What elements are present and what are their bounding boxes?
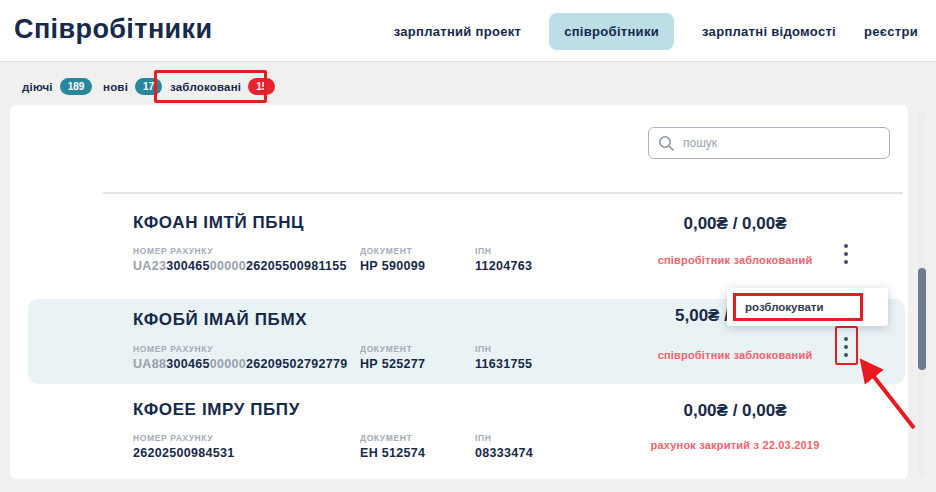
status-text: співробітник заблокований [605, 254, 865, 266]
scrollbar-thumb[interactable] [918, 268, 926, 370]
ipn-field: ІПН 11631755 [475, 344, 532, 371]
employees-page: Співробітники зарплатний проект співробі… [0, 0, 936, 492]
ipn-number: 08333474 [475, 446, 533, 460]
account-part: 26205500981155 [246, 259, 347, 273]
top-navigation: зарплатний проект співробітники зарплатн… [394, 0, 918, 62]
tab-label: нові [103, 81, 128, 93]
header: Співробітники зарплатний проект співробі… [0, 0, 936, 62]
account-part: UA88 [133, 357, 166, 371]
count-badge: 17 [135, 78, 162, 95]
account-number: UA883004650000026209502792779 [133, 357, 347, 371]
ipn-label: ІПН [475, 344, 532, 354]
dot [844, 353, 848, 357]
search-input[interactable] [649, 128, 889, 158]
account-label: НОМЕР РАХУНКУ [133, 246, 347, 256]
document-field: ДОКУМЕНТ НР 590099 [360, 246, 425, 273]
account-part: UA23 [133, 259, 166, 273]
nav-item-employees[interactable]: співробітники [549, 13, 674, 50]
nav-item-registers[interactable]: реєстри [864, 24, 918, 39]
dot [844, 252, 848, 256]
dot [844, 244, 848, 248]
ipn-field: ІПН 11204763 [475, 246, 532, 273]
dot [844, 260, 848, 264]
count-badge: 189 [60, 78, 93, 95]
list-divider [103, 192, 903, 194]
tab-label: діючі [22, 81, 53, 93]
tab-active-employees[interactable]: діючі 189 [22, 78, 92, 95]
account-label: НОМЕР РАХУНКУ [133, 433, 235, 443]
document-number: ЕН 512574 [360, 446, 425, 460]
employee-row[interactable]: КФОАН ІМТЙ ПБНЦ НОМЕР РАХУНКУ UA23300465… [133, 213, 908, 293]
account-part: 300465 [166, 259, 210, 273]
ipn-number: 11204763 [475, 259, 532, 273]
status-text: рахунок закритий з 22.03.2019 [605, 439, 865, 451]
tab-blocked-employees[interactable]: заблоковані 15 [170, 78, 275, 95]
account-field: НОМЕР РАХУНКУ UA233004650000026205500981… [133, 246, 347, 273]
ipn-label: ІПН [475, 246, 532, 256]
document-number: НР 525277 [360, 357, 425, 371]
amount-value: 0,00₴ / 0,00₴ [625, 214, 845, 234]
employee-name: КФОАН ІМТЙ ПБНЦ [133, 213, 304, 233]
amount-value: 0,00₴ / 0,00₴ [625, 401, 845, 421]
account-number: 26202500984531 [133, 446, 235, 460]
account-number: UA233004650000026205500981155 [133, 259, 347, 273]
ipn-field: ІПН 08333474 [475, 433, 533, 460]
page-title: Співробітники [14, 14, 213, 45]
kebab-menu-icon[interactable] [838, 240, 854, 268]
document-label: ДОКУМЕНТ [360, 344, 425, 354]
status-text: співробітник заблокований [605, 349, 865, 361]
ipn-label: ІПН [475, 433, 533, 443]
dot [844, 345, 848, 349]
menu-item-unblock[interactable]: розблокувати [733, 293, 863, 321]
account-part: 00000 [210, 259, 246, 273]
count-badge: 15 [248, 78, 275, 95]
account-part: 00000 [210, 357, 246, 371]
account-part: 300465 [166, 357, 210, 371]
search-box [648, 127, 890, 159]
account-label: НОМЕР РАХУНКУ [133, 344, 347, 354]
context-menu-popup: розблокувати [727, 288, 888, 326]
employee-row[interactable]: КФОЕЕ ІМРУ ПБПУ НОМЕР РАХУНКУ 2620250098… [133, 398, 908, 478]
employee-name: КФОЕЕ ІМРУ ПБПУ [133, 400, 300, 420]
tab-label: заблоковані [170, 81, 241, 93]
document-label: ДОКУМЕНТ [360, 246, 425, 256]
tab-new-employees[interactable]: нові 17 [103, 78, 162, 95]
account-field: НОМЕР РАХУНКУ 26202500984531 [133, 433, 235, 460]
nav-item-salary-project[interactable]: зарплатний проект [394, 24, 522, 39]
account-part: 26209502792779 [246, 357, 348, 371]
document-field: ДОКУМЕНТ ЕН 512574 [360, 433, 425, 460]
kebab-menu-icon[interactable] [838, 333, 854, 361]
document-label: ДОКУМЕНТ [360, 433, 425, 443]
employee-name: КФОБЙ ІМАЙ ПБМХ [133, 310, 307, 330]
account-field: НОМЕР РАХУНКУ UA883004650000026209502792… [133, 344, 347, 371]
dot [844, 337, 848, 341]
document-field: ДОКУМЕНТ НР 525277 [360, 344, 425, 371]
nav-item-salary-statements[interactable]: зарплатні відомості [702, 24, 836, 39]
ipn-number: 11631755 [475, 357, 532, 371]
document-number: НР 590099 [360, 259, 425, 273]
